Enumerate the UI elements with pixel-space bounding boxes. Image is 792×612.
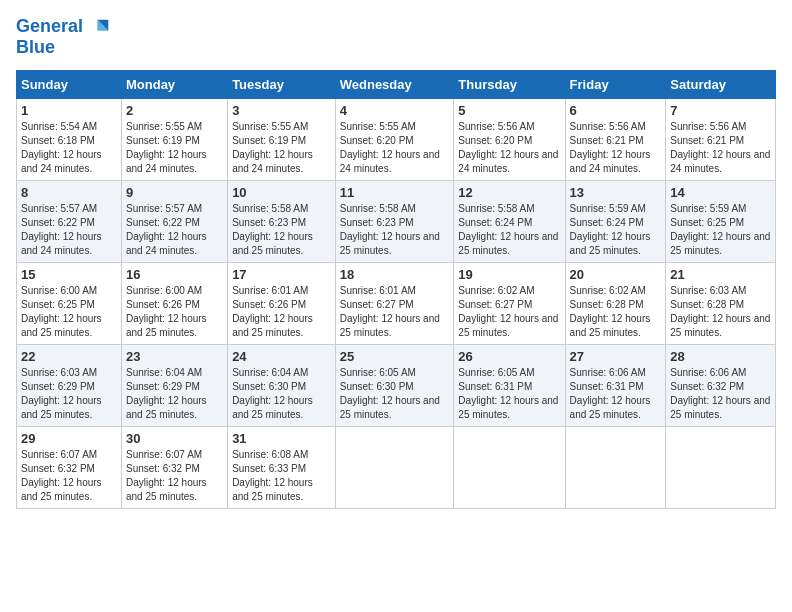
- calendar-week-4: 22Sunrise: 6:03 AMSunset: 6:29 PMDayligh…: [17, 344, 776, 426]
- weekday-saturday: Saturday: [666, 70, 776, 98]
- day-info: Sunrise: 6:07 AMSunset: 6:32 PMDaylight:…: [21, 449, 102, 502]
- calendar-cell: 13Sunrise: 5:59 AMSunset: 6:24 PMDayligh…: [565, 180, 666, 262]
- day-number: 6: [570, 103, 662, 118]
- day-number: 16: [126, 267, 223, 282]
- day-info: Sunrise: 6:02 AMSunset: 6:27 PMDaylight:…: [458, 285, 558, 338]
- day-info: Sunrise: 5:57 AMSunset: 6:22 PMDaylight:…: [126, 203, 207, 256]
- day-info: Sunrise: 6:01 AMSunset: 6:26 PMDaylight:…: [232, 285, 313, 338]
- calendar-cell: 10Sunrise: 5:58 AMSunset: 6:23 PMDayligh…: [228, 180, 336, 262]
- day-number: 25: [340, 349, 450, 364]
- day-info: Sunrise: 5:54 AMSunset: 6:18 PMDaylight:…: [21, 121, 102, 174]
- weekday-sunday: Sunday: [17, 70, 122, 98]
- day-info: Sunrise: 6:06 AMSunset: 6:32 PMDaylight:…: [670, 367, 770, 420]
- calendar-cell: 19Sunrise: 6:02 AMSunset: 6:27 PMDayligh…: [454, 262, 565, 344]
- calendar-cell: 14Sunrise: 5:59 AMSunset: 6:25 PMDayligh…: [666, 180, 776, 262]
- day-info: Sunrise: 6:02 AMSunset: 6:28 PMDaylight:…: [570, 285, 651, 338]
- logo-subtext: Blue: [16, 38, 112, 58]
- day-number: 28: [670, 349, 771, 364]
- calendar-cell: 28Sunrise: 6:06 AMSunset: 6:32 PMDayligh…: [666, 344, 776, 426]
- day-number: 1: [21, 103, 117, 118]
- calendar-cell: 29Sunrise: 6:07 AMSunset: 6:32 PMDayligh…: [17, 426, 122, 508]
- page-header: General Blue: [16, 16, 776, 58]
- calendar-body: 1Sunrise: 5:54 AMSunset: 6:18 PMDaylight…: [17, 98, 776, 508]
- day-number: 19: [458, 267, 560, 282]
- calendar-week-1: 1Sunrise: 5:54 AMSunset: 6:18 PMDaylight…: [17, 98, 776, 180]
- day-number: 15: [21, 267, 117, 282]
- day-info: Sunrise: 6:00 AMSunset: 6:25 PMDaylight:…: [21, 285, 102, 338]
- day-number: 2: [126, 103, 223, 118]
- day-info: Sunrise: 5:58 AMSunset: 6:23 PMDaylight:…: [232, 203, 313, 256]
- day-number: 26: [458, 349, 560, 364]
- day-info: Sunrise: 5:56 AMSunset: 6:20 PMDaylight:…: [458, 121, 558, 174]
- calendar-cell: 2Sunrise: 5:55 AMSunset: 6:19 PMDaylight…: [121, 98, 227, 180]
- day-info: Sunrise: 5:59 AMSunset: 6:25 PMDaylight:…: [670, 203, 770, 256]
- day-number: 27: [570, 349, 662, 364]
- calendar-cell: 25Sunrise: 6:05 AMSunset: 6:30 PMDayligh…: [335, 344, 454, 426]
- calendar-cell: 16Sunrise: 6:00 AMSunset: 6:26 PMDayligh…: [121, 262, 227, 344]
- day-info: Sunrise: 6:08 AMSunset: 6:33 PMDaylight:…: [232, 449, 313, 502]
- day-number: 24: [232, 349, 331, 364]
- day-number: 7: [670, 103, 771, 118]
- day-number: 17: [232, 267, 331, 282]
- calendar-cell: [454, 426, 565, 508]
- day-info: Sunrise: 5:56 AMSunset: 6:21 PMDaylight:…: [670, 121, 770, 174]
- calendar-cell: 21Sunrise: 6:03 AMSunset: 6:28 PMDayligh…: [666, 262, 776, 344]
- day-info: Sunrise: 6:07 AMSunset: 6:32 PMDaylight:…: [126, 449, 207, 502]
- calendar-cell: 9Sunrise: 5:57 AMSunset: 6:22 PMDaylight…: [121, 180, 227, 262]
- day-number: 20: [570, 267, 662, 282]
- calendar-cell: 17Sunrise: 6:01 AMSunset: 6:26 PMDayligh…: [228, 262, 336, 344]
- calendar-week-3: 15Sunrise: 6:00 AMSunset: 6:25 PMDayligh…: [17, 262, 776, 344]
- calendar-cell: 1Sunrise: 5:54 AMSunset: 6:18 PMDaylight…: [17, 98, 122, 180]
- weekday-header-row: SundayMondayTuesdayWednesdayThursdayFrid…: [17, 70, 776, 98]
- day-number: 21: [670, 267, 771, 282]
- calendar-cell: 18Sunrise: 6:01 AMSunset: 6:27 PMDayligh…: [335, 262, 454, 344]
- day-info: Sunrise: 6:05 AMSunset: 6:30 PMDaylight:…: [340, 367, 440, 420]
- logo-text: General: [16, 16, 112, 38]
- day-number: 14: [670, 185, 771, 200]
- calendar-cell: 23Sunrise: 6:04 AMSunset: 6:29 PMDayligh…: [121, 344, 227, 426]
- calendar-cell: 5Sunrise: 5:56 AMSunset: 6:20 PMDaylight…: [454, 98, 565, 180]
- day-number: 8: [21, 185, 117, 200]
- calendar-week-5: 29Sunrise: 6:07 AMSunset: 6:32 PMDayligh…: [17, 426, 776, 508]
- calendar-cell: 6Sunrise: 5:56 AMSunset: 6:21 PMDaylight…: [565, 98, 666, 180]
- calendar-cell: [565, 426, 666, 508]
- calendar-week-2: 8Sunrise: 5:57 AMSunset: 6:22 PMDaylight…: [17, 180, 776, 262]
- calendar-cell: 7Sunrise: 5:56 AMSunset: 6:21 PMDaylight…: [666, 98, 776, 180]
- day-info: Sunrise: 5:59 AMSunset: 6:24 PMDaylight:…: [570, 203, 651, 256]
- calendar-cell: 12Sunrise: 5:58 AMSunset: 6:24 PMDayligh…: [454, 180, 565, 262]
- calendar-cell: 4Sunrise: 5:55 AMSunset: 6:20 PMDaylight…: [335, 98, 454, 180]
- day-info: Sunrise: 6:00 AMSunset: 6:26 PMDaylight:…: [126, 285, 207, 338]
- day-number: 10: [232, 185, 331, 200]
- day-info: Sunrise: 6:04 AMSunset: 6:30 PMDaylight:…: [232, 367, 313, 420]
- calendar-cell: 24Sunrise: 6:04 AMSunset: 6:30 PMDayligh…: [228, 344, 336, 426]
- day-number: 11: [340, 185, 450, 200]
- calendar-cell: 27Sunrise: 6:06 AMSunset: 6:31 PMDayligh…: [565, 344, 666, 426]
- calendar-cell: 15Sunrise: 6:00 AMSunset: 6:25 PMDayligh…: [17, 262, 122, 344]
- day-info: Sunrise: 5:55 AMSunset: 6:19 PMDaylight:…: [126, 121, 207, 174]
- calendar-table: SundayMondayTuesdayWednesdayThursdayFrid…: [16, 70, 776, 509]
- calendar-cell: 30Sunrise: 6:07 AMSunset: 6:32 PMDayligh…: [121, 426, 227, 508]
- calendar-cell: 11Sunrise: 5:58 AMSunset: 6:23 PMDayligh…: [335, 180, 454, 262]
- day-info: Sunrise: 6:06 AMSunset: 6:31 PMDaylight:…: [570, 367, 651, 420]
- calendar-cell: [335, 426, 454, 508]
- day-info: Sunrise: 5:56 AMSunset: 6:21 PMDaylight:…: [570, 121, 651, 174]
- weekday-monday: Monday: [121, 70, 227, 98]
- day-number: 23: [126, 349, 223, 364]
- day-number: 13: [570, 185, 662, 200]
- day-info: Sunrise: 5:58 AMSunset: 6:23 PMDaylight:…: [340, 203, 440, 256]
- calendar-cell: [666, 426, 776, 508]
- calendar-cell: 31Sunrise: 6:08 AMSunset: 6:33 PMDayligh…: [228, 426, 336, 508]
- day-info: Sunrise: 6:05 AMSunset: 6:31 PMDaylight:…: [458, 367, 558, 420]
- day-info: Sunrise: 6:04 AMSunset: 6:29 PMDaylight:…: [126, 367, 207, 420]
- day-number: 30: [126, 431, 223, 446]
- calendar-cell: 20Sunrise: 6:02 AMSunset: 6:28 PMDayligh…: [565, 262, 666, 344]
- day-number: 4: [340, 103, 450, 118]
- calendar-cell: 26Sunrise: 6:05 AMSunset: 6:31 PMDayligh…: [454, 344, 565, 426]
- calendar-cell: 8Sunrise: 5:57 AMSunset: 6:22 PMDaylight…: [17, 180, 122, 262]
- day-number: 9: [126, 185, 223, 200]
- day-info: Sunrise: 5:55 AMSunset: 6:19 PMDaylight:…: [232, 121, 313, 174]
- weekday-thursday: Thursday: [454, 70, 565, 98]
- day-number: 12: [458, 185, 560, 200]
- day-number: 31: [232, 431, 331, 446]
- logo: General Blue: [16, 16, 112, 58]
